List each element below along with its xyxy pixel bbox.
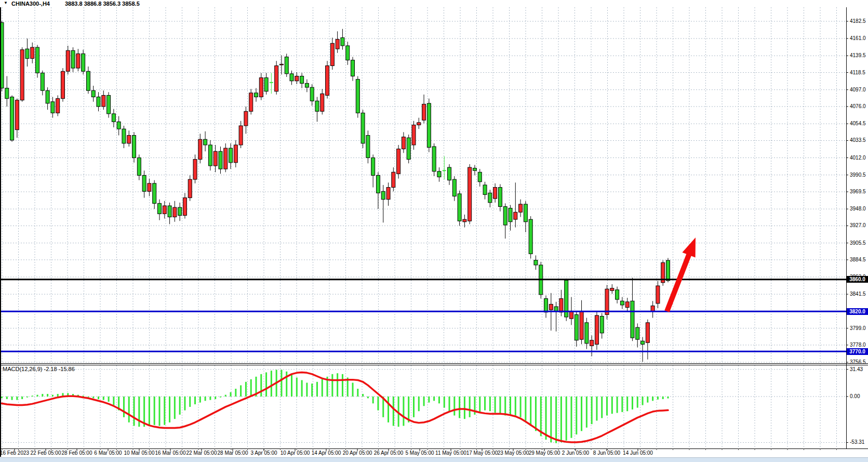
bull-candle — [397, 149, 400, 174]
macd-histogram-bar — [52, 395, 54, 397]
macd-histogram-bar — [515, 397, 516, 416]
macd-histogram-bar — [311, 384, 313, 397]
price-line-badge-3770.0: 3770.0 — [847, 348, 868, 355]
price-tick-label: 4054.5 — [850, 121, 868, 127]
bull-candle — [326, 65, 329, 95]
date-tick-label: 14 Jun 05:00 — [616, 450, 660, 456]
macd-histogram-bar — [372, 397, 374, 403]
symbol-dropdown-icon[interactable]: ▼ — [4, 1, 8, 5]
bear-candle — [473, 168, 476, 171]
bear-candle — [407, 138, 410, 160]
bottom-scroll-strip[interactable] — [0, 457, 868, 462]
bull-candle — [239, 126, 243, 145]
bear-candle — [544, 299, 548, 312]
bull-candle — [148, 183, 151, 191]
macd-histogram-bar — [149, 397, 150, 426]
bear-candle — [91, 90, 95, 97]
bull-candle — [102, 95, 105, 107]
price-tick-label: 4012.0 — [850, 155, 868, 161]
bear-candle — [432, 147, 436, 171]
macd-histogram-bar — [504, 397, 506, 416]
bear-candle — [534, 260, 538, 265]
bear-candle — [366, 135, 370, 157]
macd-histogram-bar — [322, 379, 323, 397]
macd-histogram-bar — [1, 397, 3, 398]
macd-histogram-bar — [362, 394, 364, 397]
bull-candle — [559, 299, 563, 312]
bear-candle — [452, 179, 456, 196]
price-tick-label: 3927.0 — [850, 222, 868, 229]
price-tick-label: 4182.5 — [850, 18, 868, 24]
price-tick-label: 4118.5 — [850, 70, 868, 76]
macd-histogram-bar — [265, 373, 267, 397]
macd-histogram-bar — [413, 397, 415, 417]
bear-candle — [290, 74, 293, 81]
price-tick-label: 4097.0 — [850, 87, 868, 93]
price-tick-label: 3948.0 — [850, 206, 868, 212]
bull-candle — [224, 148, 228, 169]
bear-candle — [636, 327, 639, 339]
macd-histogram-bar — [388, 397, 389, 423]
macd-histogram-bar — [169, 397, 170, 423]
bull-candle — [193, 160, 197, 180]
macd-histogram-bar — [281, 370, 282, 397]
bear-candle — [310, 87, 314, 101]
macd-histogram-bar — [260, 374, 262, 397]
macd-histogram-bar — [230, 392, 232, 397]
bull-candle — [569, 311, 573, 319]
bear-candle — [82, 54, 85, 71]
macd-histogram-bar — [6, 397, 8, 399]
macd-histogram-bar — [606, 397, 608, 416]
bear-candle — [178, 207, 182, 215]
bull-candle — [468, 167, 472, 221]
macd-tick-label: 31.43 — [850, 366, 868, 373]
macd-histogram-bar — [174, 397, 176, 419]
bear-candle — [285, 57, 288, 74]
bull-candle — [20, 50, 24, 100]
price-chart-canvas[interactable] — [0, 0, 868, 462]
bear-candle — [305, 83, 309, 87]
macd-histogram-bar — [209, 397, 211, 400]
macd-histogram-bar — [586, 397, 587, 428]
price-line-badge-3820.0: 3820.0 — [847, 308, 868, 315]
bull-candle — [188, 179, 192, 197]
macd-histogram-bar — [611, 397, 613, 414]
macd-histogram-bar — [296, 377, 298, 397]
bull-candle — [646, 323, 649, 343]
macd-histogram-bar — [32, 395, 33, 397]
bear-candle — [264, 78, 268, 91]
macd-histogram-bar — [225, 395, 226, 397]
macd-histogram-bar — [291, 374, 292, 397]
bear-candle — [427, 103, 431, 148]
bull-candle — [244, 111, 248, 126]
bull-candle — [31, 47, 34, 59]
bear-candle — [204, 139, 207, 145]
bear-candle — [71, 50, 75, 68]
macd-histogram-bar — [566, 397, 567, 441]
bull-candle — [595, 315, 598, 344]
bull-candle — [336, 39, 339, 49]
bear-candle — [142, 175, 146, 191]
price-tick-label: 4033.5 — [850, 137, 868, 143]
ohlc-values-label: 3883.8 3886.8 3856.3 3858.5 — [65, 1, 140, 7]
bull-candle — [173, 207, 177, 217]
bull-candle — [234, 145, 237, 163]
macd-histogram-bar — [301, 380, 303, 397]
bear-candle — [620, 301, 624, 305]
bull-candle — [386, 188, 390, 200]
macd-indicator-label: MACD(12,26,9) -2.18 -15.86 — [3, 366, 75, 372]
macd-histogram-bar — [535, 397, 537, 431]
macd-histogram-bar — [545, 397, 547, 440]
bull-candle — [625, 302, 629, 308]
macd-histogram-bar — [621, 397, 623, 412]
bear-candle — [132, 135, 136, 157]
bear-candle — [46, 90, 49, 103]
bear-candle — [255, 93, 258, 97]
bear-candle — [631, 301, 634, 338]
macd-histogram-bar — [158, 397, 160, 426]
bear-candle — [376, 175, 380, 193]
macd-histogram-bar — [657, 397, 659, 400]
macd-histogram-bar — [632, 397, 633, 410]
macd-histogram-bar — [662, 397, 664, 399]
bull-candle — [163, 206, 166, 214]
